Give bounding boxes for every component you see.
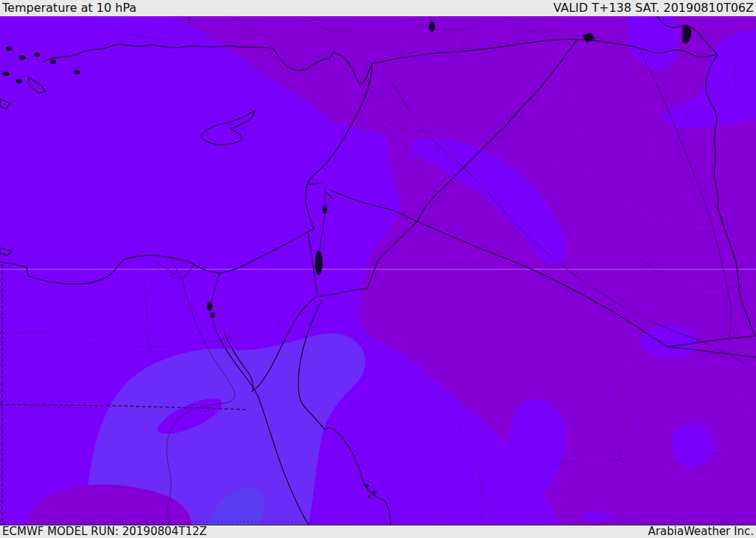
violet-lens-bottom — [580, 512, 612, 521]
aegean-island — [74, 70, 80, 75]
footer-bar: ECMWF MODEL RUN: 20190804T12Z ArabiaWeat… — [0, 525, 756, 538]
temperature-map-canvas — [0, 16, 756, 525]
header-bar: Temperature at 10 hPa VALID T+138 SAT. 2… — [0, 0, 756, 16]
aegean-island — [6, 46, 12, 51]
red-sea-islet — [365, 484, 369, 487]
model-run-label: ECMWF MODEL RUN: 20190804T12Z — [2, 525, 207, 538]
weather-map — [0, 16, 756, 525]
bitter-lake — [207, 302, 213, 311]
aegean-island — [50, 60, 56, 64]
red-sea-islet — [372, 491, 377, 494]
aegean-island — [16, 79, 22, 83]
lake-tuz — [429, 21, 435, 32]
aegean-island — [2, 72, 10, 76]
aegean-island — [34, 52, 40, 57]
red-sea-islet — [368, 495, 371, 498]
map-title: Temperature at 10 hPa — [2, 0, 137, 16]
valid-time-label: VALID T+138 SAT. 20190810T06Z — [554, 0, 754, 16]
aegean-island — [18, 55, 26, 60]
sea-of-galilee — [323, 205, 327, 214]
brand-label: ArabiaWeather Inc. — [648, 525, 754, 538]
bitter-lake-small — [210, 312, 215, 318]
violet-hole-east-saudi — [672, 423, 713, 467]
